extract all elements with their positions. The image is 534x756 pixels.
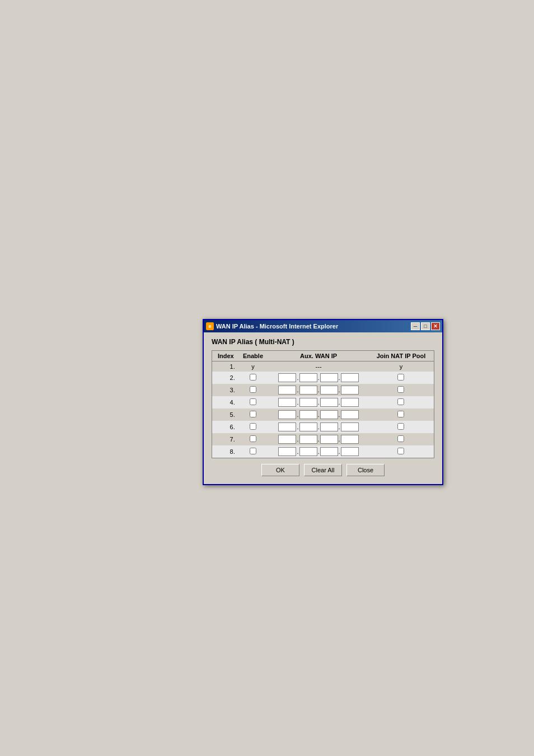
join-nat-checkbox-3[interactable] xyxy=(397,386,404,393)
ip-octet1-5[interactable] xyxy=(278,410,296,419)
row-enable: y xyxy=(237,361,269,372)
ip-octet4-2[interactable] xyxy=(341,373,359,382)
ie-icon: e xyxy=(206,322,214,330)
ip-input-group-5: . . . xyxy=(271,410,366,419)
row-index: 2. xyxy=(212,372,237,384)
table-header-row: Index Enable Aux. WAN IP Join NAT IP Poo… xyxy=(212,351,434,361)
join-nat-checkbox-8[interactable] xyxy=(397,448,404,454)
row-join-nat xyxy=(368,372,434,384)
ip-input-group-4: . . . xyxy=(271,398,366,407)
ip-octet2-5[interactable] xyxy=(299,410,317,419)
col-index: Index xyxy=(212,351,237,361)
join-nat-checkbox-5[interactable] xyxy=(397,411,404,417)
row-ip: . . . xyxy=(269,445,368,458)
join-nat-checkbox-4[interactable] xyxy=(397,398,404,405)
section-title: WAN IP Alias ( Multi-NAT ) xyxy=(212,338,434,346)
ip-alias-table: Index Enable Aux. WAN IP Join NAT IP Poo… xyxy=(212,351,434,458)
ip-octet3-6[interactable] xyxy=(320,422,338,431)
ip-alias-table-container: Index Enable Aux. WAN IP Join NAT IP Poo… xyxy=(212,350,434,458)
enable-checkbox-2[interactable] xyxy=(250,374,256,381)
row-join-nat xyxy=(368,408,434,421)
row-ip: --- xyxy=(269,361,368,372)
row-enable xyxy=(237,421,269,433)
ip-octet1-7[interactable] xyxy=(278,435,296,444)
ip-octet2-7[interactable] xyxy=(299,435,317,444)
button-row: OK Clear All Close xyxy=(212,464,434,476)
row-enable xyxy=(237,433,269,445)
table-row: 4. . . . xyxy=(212,396,434,408)
ip-octet1-4[interactable] xyxy=(278,398,296,407)
enable-checkbox-8[interactable] xyxy=(250,448,256,454)
ip-octet3-4[interactable] xyxy=(320,398,338,407)
row-enable xyxy=(237,408,269,421)
col-join-nat: Join NAT IP Pool xyxy=(368,351,434,361)
ip-octet4-7[interactable] xyxy=(341,435,359,444)
ip-octet2-3[interactable] xyxy=(299,386,317,395)
ip-octet2-2[interactable] xyxy=(299,373,317,382)
close-title-button[interactable]: ✕ xyxy=(431,322,440,330)
ip-octet4-8[interactable] xyxy=(341,447,359,456)
enable-checkbox-5[interactable] xyxy=(250,411,256,417)
row-index: 8. xyxy=(212,445,237,458)
join-nat-checkbox-2[interactable] xyxy=(397,374,404,381)
ip-octet1-8[interactable] xyxy=(278,447,296,456)
table-row: 1. y --- y xyxy=(212,361,434,372)
enable-checkbox-4[interactable] xyxy=(250,398,256,405)
row-index: 7. xyxy=(212,433,237,445)
join-nat-checkbox-7[interactable] xyxy=(397,435,404,442)
ip-octet4-4[interactable] xyxy=(341,398,359,407)
row-index: 4. xyxy=(212,396,237,408)
ip-octet3-7[interactable] xyxy=(320,435,338,444)
ip-octet1-2[interactable] xyxy=(278,373,296,382)
join-nat-checkbox-6[interactable] xyxy=(397,423,404,430)
enable-checkbox-3[interactable] xyxy=(250,386,256,393)
ip-octet3-2[interactable] xyxy=(320,373,338,382)
col-aux-wan-ip: Aux. WAN IP xyxy=(269,351,368,361)
wan-ip-alias-dialog: e WAN IP Alias - Microsoft Internet Expl… xyxy=(203,319,443,485)
maximize-button[interactable]: □ xyxy=(421,322,430,330)
ip-octet4-6[interactable] xyxy=(341,422,359,431)
minimize-button[interactable]: ─ xyxy=(411,322,420,330)
ip-octet2-4[interactable] xyxy=(299,398,317,407)
table-row: 6. . . . xyxy=(212,421,434,433)
table-row: 7. . . . xyxy=(212,433,434,445)
ip-octet3-8[interactable] xyxy=(320,447,338,456)
ip-octet3-5[interactable] xyxy=(320,410,338,419)
row-ip: . . . xyxy=(269,421,368,433)
close-button[interactable]: Close xyxy=(346,464,385,476)
ip-input-group-8: . . . xyxy=(271,447,366,456)
row-enable xyxy=(237,384,269,396)
row-join-nat xyxy=(368,384,434,396)
enable-checkbox-6[interactable] xyxy=(250,423,256,430)
ip-octet4-3[interactable] xyxy=(341,386,359,395)
row-index: 3. xyxy=(212,384,237,396)
row-join-nat xyxy=(368,421,434,433)
table-row: 8. . . . xyxy=(212,445,434,458)
table-row: 3. . . . xyxy=(212,384,434,396)
ip-octet2-8[interactable] xyxy=(299,447,317,456)
row-ip: . . . xyxy=(269,408,368,421)
row-join-nat xyxy=(368,433,434,445)
table-row: 2. . . . xyxy=(212,372,434,384)
col-enable: Enable xyxy=(237,351,269,361)
row-ip: . . . xyxy=(269,433,368,445)
ip-octet1-3[interactable] xyxy=(278,386,296,395)
ip-octet4-5[interactable] xyxy=(341,410,359,419)
row-join-nat xyxy=(368,445,434,458)
ip-input-group-3: . . . xyxy=(271,386,366,395)
row-join-nat: y xyxy=(368,361,434,372)
row-index: 5. xyxy=(212,408,237,421)
row-enable xyxy=(237,445,269,458)
row-join-nat xyxy=(368,396,434,408)
title-bar: e WAN IP Alias - Microsoft Internet Expl… xyxy=(204,320,442,332)
enable-checkbox-7[interactable] xyxy=(250,435,256,442)
row-ip: . . . xyxy=(269,396,368,408)
ok-button[interactable]: OK xyxy=(261,464,299,476)
clear-all-button[interactable]: Clear All xyxy=(304,464,342,476)
ip-octet1-6[interactable] xyxy=(278,422,296,431)
dialog-title: WAN IP Alias - Microsoft Internet Explor… xyxy=(216,323,338,330)
ip-octet2-6[interactable] xyxy=(299,422,317,431)
row-enable xyxy=(237,396,269,408)
ip-octet3-3[interactable] xyxy=(320,386,338,395)
row-ip: . . . xyxy=(269,384,368,396)
